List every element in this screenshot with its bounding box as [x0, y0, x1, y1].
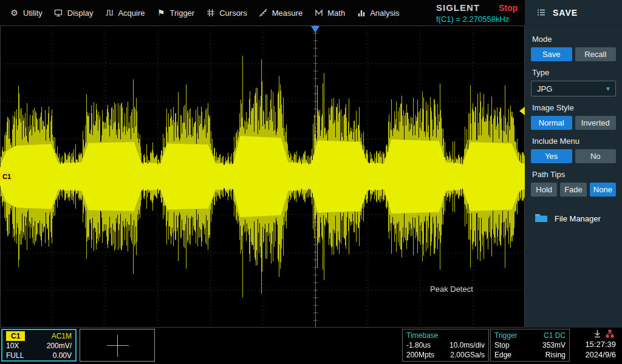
menu-item-acquire[interactable]: Acquire	[100, 4, 149, 22]
trigger-level: 353mV	[542, 340, 566, 350]
include-menu-yes-button[interactable]: Yes	[531, 149, 572, 163]
mode-buttons: Save Recall	[531, 47, 616, 61]
menubar: ⚙ Utility Display Acquire ⚑ Trigger	[0, 0, 525, 25]
include-menu-buttons: Yes No	[531, 149, 616, 163]
menu-item-label: Analysis	[370, 8, 399, 18]
menu-item-label: Utility	[23, 8, 43, 18]
add-channel-button[interactable]	[80, 329, 155, 362]
acquire-icon	[104, 8, 114, 18]
folder-icon	[535, 212, 548, 224]
chevron-down-icon: ▾	[606, 84, 610, 93]
channel-probe: 10X	[6, 341, 19, 351]
timebase-label: Timebase	[406, 331, 438, 340]
siglent-logo: SIGLENT	[436, 2, 480, 13]
menu-item-label: Trigger	[169, 8, 194, 18]
image-style-label: Image Style	[532, 103, 615, 112]
menu-item-label: Measure	[272, 8, 303, 18]
channel-1-descriptor[interactable]: C1 AC1M 10X 200mV/ FULL 0.00V	[1, 329, 77, 362]
menu-item-measure[interactable]: Measure	[254, 4, 308, 22]
channel-scale: 200mV/	[47, 341, 72, 351]
image-style-inverted-button[interactable]: Inverted	[575, 116, 617, 130]
gear-icon: ⚙	[10, 8, 19, 18]
image-style-normal-button[interactable]: Normal	[531, 116, 572, 130]
acquisition-mode-label: Peak Detect	[430, 285, 473, 294]
menu-item-trigger[interactable]: ⚑ Trigger	[151, 4, 199, 22]
trigger-descriptor[interactable]: Trigger C1 DC Stop 353mV Edge Rising	[490, 329, 570, 362]
menu-items: ⚙ Utility Display Acquire ⚑ Trigger	[0, 4, 436, 22]
waveform-display: C1 Peak Detect	[0, 25, 525, 328]
plus-icon	[117, 335, 118, 357]
menu-item-math[interactable]: Math	[309, 4, 350, 22]
timebase-scale: 10.0ms/div	[449, 340, 485, 350]
statusbar: C1 AC1M 10X 200mV/ FULL 0.00V Timebase -…	[0, 328, 622, 364]
math-icon	[314, 8, 323, 18]
trigger-source: C1 DC	[544, 331, 566, 340]
channel-offset: 0.00V	[53, 351, 72, 360]
file-manager-button[interactable]: File Manager	[535, 212, 616, 224]
path-tips-fade-button[interactable]: Fade	[560, 183, 586, 197]
timebase-delay: -1.80us	[406, 340, 431, 350]
trigger-flag-icon: ⚑	[156, 8, 165, 18]
trigger-position-marker[interactable]	[311, 26, 320, 33]
trigger-level-marker[interactable]	[519, 107, 525, 115]
include-menu-label: Include Menu	[532, 136, 615, 146]
frequency-readout: f(C1) = 2.270558kHz	[436, 15, 520, 24]
mode-save-button[interactable]: Save	[531, 47, 572, 61]
mode-label: Mode	[532, 35, 615, 44]
trigger-type: Edge	[494, 350, 511, 360]
menu-item-cursors[interactable]: Cursors	[201, 4, 252, 22]
path-tips-hold-button[interactable]: Hold	[531, 183, 557, 197]
waveform-canvas[interactable]	[0, 25, 525, 328]
file-type-value: JPG	[537, 84, 552, 93]
save-menu-header: SAVE	[525, 0, 622, 25]
trigger-slope: Rising	[545, 350, 566, 360]
menu-list-icon	[537, 8, 546, 17]
oscilloscope-screen: ⚙ Utility Display Acquire ⚑ Trigger	[0, 0, 622, 364]
menu-item-label: Math	[327, 8, 345, 18]
display-icon	[54, 8, 63, 18]
menu-item-label: Acquire	[118, 8, 145, 18]
menu-item-analysis[interactable]: Analysis	[352, 4, 404, 22]
image-style-buttons: Normal Inverted	[531, 116, 616, 130]
menu-item-utility[interactable]: ⚙ Utility	[5, 4, 47, 22]
trigger-status: Stop	[494, 340, 510, 350]
timebase-points: 200Mpts	[406, 350, 434, 360]
path-tips-none-button[interactable]: None	[590, 183, 616, 197]
cursors-icon	[206, 8, 215, 18]
channel-ground-marker[interactable]: C1	[0, 172, 12, 181]
acquisition-status[interactable]: Stop	[499, 3, 520, 13]
menu-item-label: Cursors	[219, 8, 247, 18]
panel-title: SAVE	[553, 8, 578, 18]
save-menu-panel: SAVE Mode Save Recall Type JPG ▾ Image S…	[525, 0, 622, 328]
file-type-dropdown[interactable]: JPG ▾	[531, 81, 616, 96]
measure-icon	[259, 8, 268, 18]
include-menu-no-button[interactable]: No	[575, 149, 617, 163]
timebase-descriptor[interactable]: Timebase -1.80us 10.0ms/div 200Mpts 2.00…	[402, 329, 489, 362]
brand-block: SIGLENT Stop f(C1) = 2.270558kHz	[436, 2, 525, 24]
menu-item-label: Display	[67, 8, 94, 18]
clock-time: 15:27:39	[567, 339, 616, 349]
timebase-samplerate: 2.00GSa/s	[450, 350, 485, 360]
plus-icon	[107, 345, 129, 346]
channel-badge: C1	[6, 331, 25, 341]
clock: 15:27:39 2024/9/6	[567, 339, 616, 360]
path-tips-buttons: Hold Fade None	[531, 183, 616, 197]
path-tips-label: Path Tips	[532, 170, 615, 179]
channel-coupling: AC1M	[52, 331, 72, 341]
menu-item-display[interactable]: Display	[49, 4, 98, 22]
clock-date: 2024/9/6	[567, 349, 616, 360]
analysis-icon	[357, 8, 366, 18]
channel-bandwidth: FULL	[6, 351, 24, 360]
file-manager-label: File Manager	[555, 214, 601, 223]
mode-recall-button[interactable]: Recall	[575, 47, 617, 61]
trigger-label: Trigger	[494, 331, 518, 340]
type-label: Type	[532, 68, 615, 77]
